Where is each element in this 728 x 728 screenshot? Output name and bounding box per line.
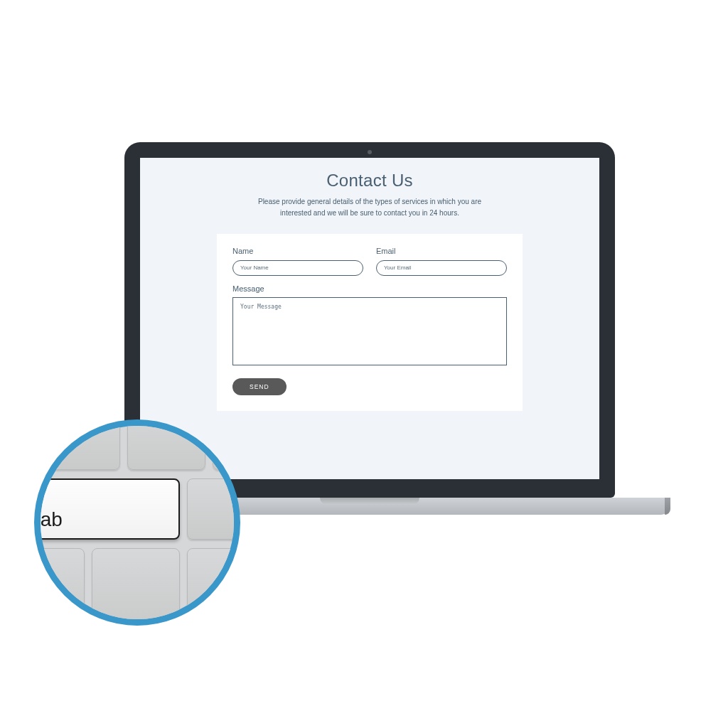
message-label: Message [232, 284, 507, 293]
key-generic [92, 548, 180, 626]
name-label: Name [232, 247, 363, 255]
name-input[interactable] [232, 260, 363, 276]
tab-key: tab [34, 478, 180, 540]
email-label: Email [376, 247, 507, 255]
contact-page: Contact Us Please provide general detail… [140, 158, 599, 479]
contact-form: Name Email Message SEND [217, 234, 523, 411]
message-input[interactable] [232, 297, 507, 365]
email-input[interactable] [376, 260, 507, 276]
key-generic [36, 419, 120, 470]
keyboard-keys: tab [41, 426, 234, 619]
camera-icon [368, 150, 372, 154]
page-subtitle: Please provide general details of the ty… [242, 196, 498, 218]
send-button[interactable]: SEND [232, 378, 287, 395]
key-generic [34, 548, 85, 626]
laptop-hinge-notch [320, 498, 419, 505]
laptop-screen: Contact Us Please provide general detail… [140, 158, 599, 479]
laptop-edge-right [665, 498, 670, 515]
keyboard-magnifier: tab [34, 419, 240, 626]
key-generic [187, 548, 240, 626]
page-title: Contact Us [140, 171, 599, 191]
key-generic [187, 478, 240, 540]
tab-key-label: tab [35, 508, 63, 531]
